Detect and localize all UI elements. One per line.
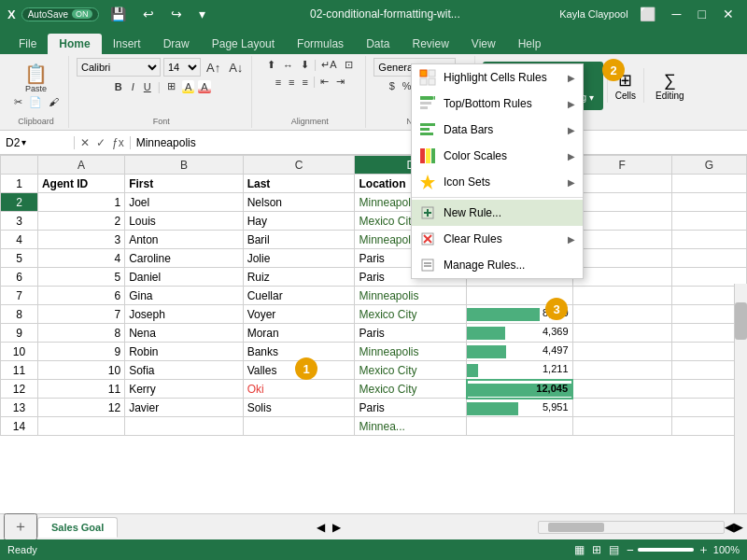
cell-C10[interactable]: Banks bbox=[243, 343, 355, 361]
align-left-btn[interactable]: ≡ bbox=[273, 75, 284, 89]
cell-B8[interactable]: Joseph bbox=[125, 305, 244, 324]
cell-F12[interactable] bbox=[572, 380, 672, 399]
cell-A8[interactable]: 7 bbox=[37, 305, 124, 324]
tab-insert[interactable]: Insert bbox=[102, 34, 152, 54]
cell-A6[interactable]: 5 bbox=[37, 268, 124, 287]
col-header-A[interactable]: A bbox=[37, 156, 124, 175]
currency-btn[interactable]: $ bbox=[387, 79, 398, 92]
cell-B1[interactable]: First bbox=[125, 175, 244, 193]
autosave-toggle[interactable]: AutoSave ON bbox=[21, 7, 99, 21]
align-right-btn[interactable]: ≡ bbox=[299, 75, 310, 89]
page-break-view-btn[interactable]: ▤ bbox=[609, 543, 619, 556]
cell-A12[interactable]: 11 bbox=[37, 380, 124, 399]
maximize-btn[interactable]: □ bbox=[693, 7, 712, 21]
cell-G2[interactable] bbox=[672, 193, 747, 212]
format-painter-btn[interactable]: 🖌 bbox=[46, 95, 62, 108]
zoom-in-btn[interactable]: ＋ bbox=[698, 541, 710, 558]
cell-C12[interactable]: Oki bbox=[243, 380, 355, 399]
tab-formulas[interactable]: Formulas bbox=[286, 34, 355, 54]
vertical-scrollbar[interactable] bbox=[734, 284, 747, 519]
cell-G5[interactable] bbox=[672, 249, 747, 268]
tab-home[interactable]: Home bbox=[48, 34, 101, 54]
tab-draw[interactable]: Draw bbox=[152, 34, 201, 54]
close-btn[interactable]: ✕ bbox=[717, 7, 740, 21]
normal-view-btn[interactable]: ▦ bbox=[574, 543, 585, 556]
align-bottom-btn[interactable]: ⬇ bbox=[298, 58, 312, 72]
cell-A10[interactable]: 9 bbox=[37, 343, 124, 361]
sheet-scroll-left[interactable]: ◀ bbox=[317, 521, 325, 534]
col-header-F[interactable]: F bbox=[572, 156, 672, 175]
scroll-right-arrow[interactable]: ▶ bbox=[734, 520, 743, 534]
cell-F10[interactable] bbox=[572, 343, 672, 361]
cell-A2[interactable]: 1 bbox=[37, 193, 124, 212]
cell-A3[interactable]: 2 bbox=[37, 212, 124, 231]
cell-C9[interactable]: Moran bbox=[243, 324, 355, 343]
cell-F6[interactable] bbox=[572, 268, 672, 287]
cell-C3[interactable]: Hay bbox=[243, 212, 355, 231]
formula-cancel-btn[interactable]: ✕ bbox=[78, 136, 92, 149]
italic-btn[interactable]: I bbox=[129, 80, 137, 93]
col-header-C[interactable]: C bbox=[243, 156, 355, 175]
cell-reference[interactable]: D2 ▾ bbox=[0, 136, 75, 149]
border-btn[interactable]: ⊞ bbox=[164, 79, 178, 93]
sheet-scroll-right[interactable]: ▶ bbox=[332, 521, 341, 534]
ribbon-collapse-btn[interactable]: ⬜ bbox=[634, 7, 661, 21]
cell-C14[interactable] bbox=[243, 417, 355, 436]
menu-item-highlight-cells[interactable]: Highlight Cells Rules ▶ bbox=[412, 64, 583, 91]
cell-A4[interactable]: 3 bbox=[37, 231, 124, 249]
cell-D13[interactable]: Paris bbox=[355, 399, 467, 417]
horizontal-scrollbar[interactable] bbox=[538, 521, 725, 534]
cell-D12[interactable]: Mexico City bbox=[355, 380, 467, 399]
cell-F7[interactable] bbox=[572, 287, 672, 305]
cell-B13[interactable]: Javier bbox=[125, 399, 244, 417]
cell-A1[interactable]: Agent ID bbox=[37, 175, 124, 193]
cell-D8[interactable]: Mexico City bbox=[355, 305, 467, 324]
tab-file[interactable]: File bbox=[7, 34, 48, 54]
zoom-slider[interactable] bbox=[638, 548, 694, 552]
font-size-select[interactable]: 14 bbox=[163, 58, 201, 77]
cell-D9[interactable]: Paris bbox=[355, 324, 467, 343]
cell-C4[interactable]: Baril bbox=[243, 231, 355, 249]
underline-btn[interactable]: U bbox=[141, 80, 154, 93]
cell-F2[interactable] bbox=[572, 193, 672, 212]
cell-G4[interactable] bbox=[672, 231, 747, 249]
bold-btn[interactable]: B bbox=[112, 80, 125, 93]
cell-G3[interactable] bbox=[672, 212, 747, 231]
add-sheet-btn[interactable]: ＋ bbox=[4, 513, 37, 540]
cell-C7[interactable]: Cuellar bbox=[243, 287, 355, 305]
col-header-B[interactable]: B bbox=[125, 156, 244, 175]
cell-E10[interactable]: 4,497 bbox=[467, 343, 572, 361]
redo-btn[interactable]: ↪ bbox=[165, 7, 188, 21]
formula-confirm-btn[interactable]: ✓ bbox=[94, 136, 107, 149]
font-grow-btn[interactable]: A↑ bbox=[204, 60, 223, 76]
align-middle-btn[interactable]: ↔ bbox=[280, 58, 296, 72]
indent-inc-btn[interactable]: ⇥ bbox=[333, 75, 347, 89]
cell-C1[interactable]: Last bbox=[243, 175, 355, 193]
align-center-btn[interactable]: ≡ bbox=[286, 75, 297, 89]
cell-B9[interactable]: Nena bbox=[125, 324, 244, 343]
cell-B3[interactable]: Louis bbox=[125, 212, 244, 231]
paste-btn[interactable]: 📋 Paste bbox=[18, 63, 55, 95]
cell-F1[interactable] bbox=[572, 175, 672, 193]
menu-item-new-rule[interactable]: New Rule... bbox=[412, 200, 583, 226]
tab-review[interactable]: Review bbox=[401, 34, 459, 54]
cell-E9[interactable]: 4,369 bbox=[467, 324, 572, 343]
indent-dec-btn[interactable]: ⇤ bbox=[317, 75, 331, 89]
cell-D11[interactable]: Mexico City bbox=[355, 361, 467, 380]
minimize-btn[interactable]: ─ bbox=[667, 7, 687, 21]
save-btn[interactable]: 💾 bbox=[105, 7, 132, 21]
page-layout-view-btn[interactable]: ⊞ bbox=[592, 543, 601, 556]
font-color-btn[interactable]: A bbox=[198, 80, 210, 93]
sheet-tab-sales-goal[interactable]: Sales Goal bbox=[37, 517, 118, 538]
scroll-left-arrow[interactable]: ◀ bbox=[725, 520, 734, 534]
menu-item-clear-rules[interactable]: Clear Rules ▶ bbox=[412, 226, 583, 252]
tab-page-layout[interactable]: Page Layout bbox=[201, 34, 286, 54]
menu-item-color-scales[interactable]: Color Scales ▶ bbox=[412, 143, 583, 169]
cell-C6[interactable]: Ruiz bbox=[243, 268, 355, 287]
cell-E11[interactable]: 1,211 bbox=[467, 361, 572, 380]
cell-C5[interactable]: Jolie bbox=[243, 249, 355, 268]
cell-F11[interactable] bbox=[572, 361, 672, 380]
cell-C13[interactable]: Solis bbox=[243, 399, 355, 417]
cell-A13[interactable]: 12 bbox=[37, 399, 124, 417]
cell-B10[interactable]: Robin bbox=[125, 343, 244, 361]
